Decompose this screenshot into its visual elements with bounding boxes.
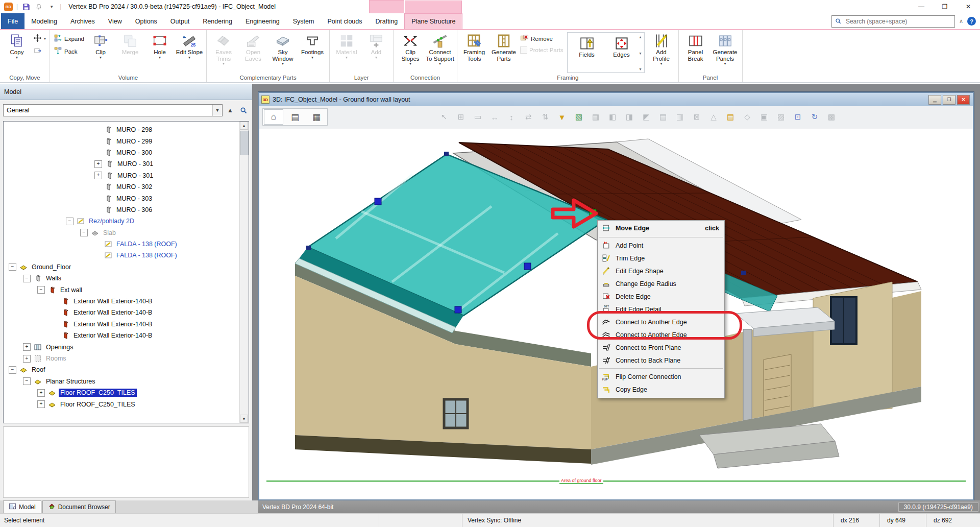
- ribbon-button-footings[interactable]: Footings▾: [298, 31, 327, 70]
- menu-item-connect-to-front-plane[interactable]: Connect to Front Plane: [598, 341, 724, 354]
- tree-item[interactable]: −Walls: [4, 273, 249, 284]
- ribbon-button-generate-parts[interactable]: Generate Parts: [489, 31, 519, 70]
- tree-item[interactable]: +Openings: [4, 341, 249, 352]
- expand-toggle-icon[interactable]: +: [94, 172, 102, 179]
- menu-tab-engineering[interactable]: Engineering: [239, 13, 286, 29]
- viewport-minimize-button[interactable]: ▁: [928, 95, 941, 105]
- scrollbar-thumb[interactable]: [240, 131, 249, 155]
- scroll-up-icon[interactable]: ▲: [240, 122, 248, 130]
- edge-midpoint-handle[interactable]: [455, 306, 461, 313]
- collapse-toggle-icon[interactable]: −: [23, 377, 31, 385]
- ribbon-button-generate-panels[interactable]: Generate Panels▾: [710, 31, 740, 70]
- minimize-button[interactable]: —: [910, 1, 933, 13]
- menu-item-add-point[interactable]: Add Point: [598, 239, 724, 252]
- tree-item[interactable]: MURO - 300: [4, 147, 249, 158]
- tree-item[interactable]: MURO - 299: [4, 135, 249, 147]
- ribbon-button-clip-slopes[interactable]: Clip Slopes▾: [396, 31, 425, 70]
- collapse-toggle-icon[interactable]: −: [9, 263, 16, 271]
- ribbon-button-connect-to-support[interactable]: Connect To Support▾: [425, 31, 455, 70]
- expand-toggle-icon[interactable]: +: [23, 355, 31, 363]
- scroll-arrow-icon[interactable]: ▾: [640, 67, 642, 71]
- menu-item-connect-to-back-plane[interactable]: Connect to Back Plane: [598, 354, 724, 367]
- ribbon-button-edges[interactable]: Edges: [604, 34, 639, 73]
- menu-tab-system[interactable]: System: [286, 13, 321, 29]
- tree-scrollbar[interactable]: ▲ ▼: [239, 122, 249, 423]
- scroll-down-icon[interactable]: ▼: [240, 415, 248, 423]
- menu-item-copy-edge[interactable]: Copy Edge: [598, 383, 724, 396]
- viewports-grid-icon[interactable]: ▦: [307, 109, 326, 125]
- menu-item-connect-to-another-edge[interactable]: Connect to Another Edge: [598, 328, 724, 341]
- menu-tab-options[interactable]: Options: [129, 13, 164, 29]
- search-input[interactable]: [845, 17, 951, 26]
- search-box[interactable]: [831, 15, 955, 28]
- notifications-bell-icon[interactable]: [34, 2, 43, 11]
- ribbon-button-copy[interactable]: Copy▾: [2, 31, 32, 70]
- menu-item-delete-edge[interactable]: Delete Edge: [598, 290, 724, 303]
- restore-button[interactable]: ❐: [933, 1, 957, 13]
- tree-item[interactable]: −Slab: [4, 227, 249, 238]
- collapse-toggle-icon[interactable]: −: [37, 286, 45, 294]
- menu-item-edit-edge-detail[interactable]: DETEdit Edge Detail: [598, 303, 724, 316]
- scroll-arrow-icon[interactable]: ▴: [640, 35, 642, 39]
- tree-item[interactable]: Exterior Wall Exterior-140-B: [4, 307, 249, 318]
- expand-toggle-icon[interactable]: +: [37, 400, 45, 408]
- menu-item-move-edge[interactable]: Move Edgeclick: [598, 221, 724, 235]
- panel-tab-model[interactable]: Model: [3, 500, 41, 513]
- save-icon[interactable]: [21, 2, 31, 11]
- customize-toolbar-caret-icon[interactable]: ▼: [47, 2, 56, 11]
- edge-midpoint-handle[interactable]: [524, 263, 531, 270]
- menu-item-flip-corner-connection[interactable]: FLIPFlip Corner Connection: [598, 370, 724, 383]
- menu-tab-drafting[interactable]: Drafting: [369, 13, 405, 29]
- tree-item[interactable]: MURO - 302: [4, 181, 249, 193]
- collapse-ribbon-icon[interactable]: ∧: [959, 18, 963, 25]
- tree-item[interactable]: MURO - 306: [4, 204, 249, 215]
- menu-item-connect-to-another-edge[interactable]: Connect to Another Edge: [598, 316, 724, 328]
- menu-tab-point-clouds[interactable]: Point clouds: [321, 13, 369, 29]
- scroll-arrow-icon[interactable]: ▾: [640, 51, 642, 56]
- tree-item[interactable]: MURO - 303: [4, 193, 249, 204]
- ribbon-button-hole[interactable]: Hole▾: [145, 31, 175, 70]
- plan-view-icon[interactable]: ▤: [285, 109, 305, 125]
- tree-item[interactable]: +Floor ROOF_C250_TILES: [4, 398, 249, 410]
- ribbon-button-move[interactable]: ▾: [33, 34, 46, 43]
- collapse-toggle-icon[interactable]: −: [9, 366, 16, 374]
- panel-tab-document-browser[interactable]: Document Browser: [42, 500, 116, 513]
- tree-item[interactable]: +MURO - 301: [4, 170, 249, 181]
- tree-item[interactable]: MURO - 298: [4, 124, 249, 135]
- tree-item[interactable]: −Ext wall: [4, 284, 249, 295]
- tree-item[interactable]: +Floor ROOF_C250_TILES: [4, 387, 249, 398]
- tree-item[interactable]: +Rooms: [4, 353, 249, 364]
- chevron-down-icon[interactable]: ▼: [212, 105, 222, 116]
- collapse-toggle-icon[interactable]: −: [66, 218, 74, 225]
- panel-scroll-buttons[interactable]: ▴▾▾: [639, 34, 642, 73]
- tree-item[interactable]: FALDA - 138 (ROOF): [4, 250, 249, 261]
- ribbon-button-expand[interactable]: Expand: [54, 34, 84, 43]
- tree-search-button[interactable]: [238, 104, 249, 116]
- ribbon-button-panel-break[interactable]: Panel Break: [681, 31, 710, 70]
- close-button[interactable]: ✕: [957, 1, 980, 13]
- ribbon-button-fields[interactable]: Fields: [570, 34, 604, 73]
- menu-tab-output[interactable]: Output: [164, 13, 197, 29]
- tree-item[interactable]: −Ground_Floor: [4, 261, 249, 273]
- tree-filter-combobox[interactable]: General ▼: [3, 104, 223, 116]
- corner-point-handle[interactable]: [444, 152, 449, 156]
- corner-point-handle[interactable]: [741, 271, 746, 275]
- ribbon-button-pack[interactable]: Pack: [54, 46, 84, 56]
- menu-item-change-edge-radius[interactable]: Change Edge Radius: [598, 277, 724, 290]
- tree-item[interactable]: −Planar Structures: [4, 376, 249, 387]
- tree-item[interactable]: −Rez/pohlady 2D: [4, 215, 249, 227]
- ribbon-button-paste[interactable]: [33, 46, 46, 56]
- collapse-tree-button[interactable]: ▲: [225, 104, 236, 116]
- tree-item[interactable]: Exterior Wall Exterior-140-B: [4, 296, 249, 307]
- ribbon-button-sky-window[interactable]: Sky Window▾: [268, 31, 298, 70]
- collapse-toggle-icon[interactable]: −: [23, 275, 31, 282]
- tree-item[interactable]: FALDA - 138 (ROOF): [4, 238, 249, 250]
- ribbon-button-add-profile[interactable]: Add Profile▾: [647, 31, 676, 70]
- tree-item[interactable]: +MURO - 301: [4, 158, 249, 170]
- help-icon[interactable]: ?: [967, 17, 976, 26]
- menu-tab-view[interactable]: View: [102, 13, 129, 29]
- menu-tab-file[interactable]: File: [1, 13, 24, 29]
- expand-toggle-icon[interactable]: +: [23, 343, 31, 351]
- tree-item[interactable]: Exterior Wall Exterior-140-B: [4, 330, 249, 341]
- ribbon-button-clip[interactable]: Clip▾: [86, 31, 115, 70]
